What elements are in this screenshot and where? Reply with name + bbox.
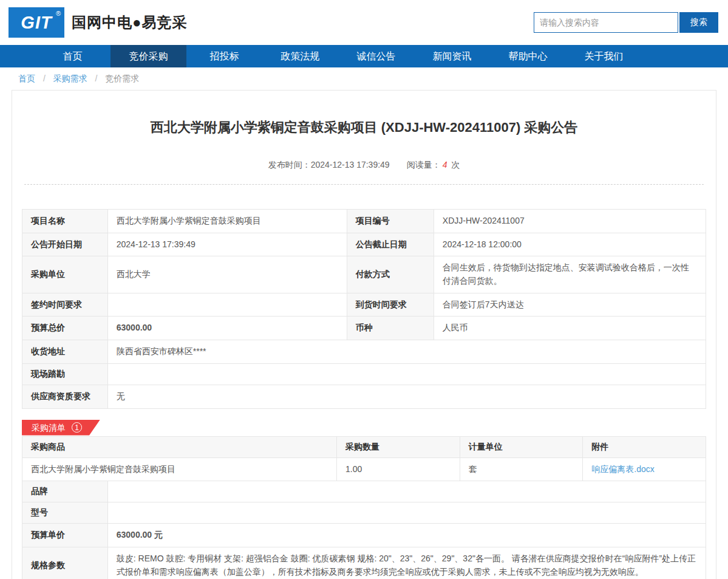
nav-item-tenders[interactable]: 招投标: [186, 45, 262, 67]
field-value: 合同生效后，待货物到达指定地点、安装调试验收合格后，一次性付清合同货款。: [434, 256, 706, 293]
site-title: 国网中电●易竞采: [72, 13, 188, 32]
field-label: 收货地址: [22, 340, 108, 364]
badge-count: 1: [72, 422, 82, 433]
column-header: 采购数量: [336, 436, 460, 457]
table-row: 现场踏勘: [22, 363, 706, 385]
field-label: 项目名称: [22, 210, 108, 233]
spec-params-value: 鼓皮: REMO 鼓腔: 专用铜材 支架: 超强铝合金 鼓圈: 优质碳素钢 规格…: [107, 547, 706, 579]
table-row: 预算总价 63000.00 币种 人民币: [22, 317, 706, 340]
page-title: 西北大学附属小学紫铜定音鼓采购项目 (XDJJ-HW-202411007) 采购…: [22, 118, 706, 137]
field-value: 西北大学: [107, 256, 347, 293]
table-row: 公告开始日期 2024-12-13 17:39:49 公告截止日期 2024-1…: [22, 233, 706, 256]
nav-item-home[interactable]: 首页: [35, 45, 111, 67]
column-header: 附件: [583, 436, 706, 457]
item-detail-table: 品牌 型号 预算单价 63000.00 元 规格参数 鼓皮: REMO 鼓腔: …: [22, 481, 706, 579]
field-label: 预算总价: [22, 317, 108, 340]
field-label: 到货时间要求: [347, 293, 434, 317]
field-value: 人民币: [434, 317, 706, 340]
purchase-list-section: 采购清单1: [22, 420, 706, 436]
budget-unit-price-value: 63000.00 元: [107, 524, 706, 547]
field-value: [107, 363, 706, 385]
nav-item-about-us[interactable]: 关于我们: [566, 45, 642, 67]
field-value: 2024-12-18 12:00:00: [434, 233, 706, 256]
nav-item-bidding-purchase[interactable]: 竞价采购: [111, 45, 186, 67]
field-value: [107, 481, 706, 502]
field-value: XDJJ-HW-202411007: [434, 210, 706, 233]
search-button[interactable]: 搜索: [679, 12, 718, 33]
field-value: 陕西省西安市碑林区****: [107, 340, 706, 364]
field-label: 供应商资质要求: [22, 385, 108, 408]
column-header: 采购商品: [22, 436, 337, 457]
field-value: 无: [107, 385, 706, 408]
table-row: 规格参数 鼓皮: REMO 鼓腔: 专用铜材 支架: 超强铝合金 鼓圈: 优质碳…: [22, 547, 706, 579]
dashed-divider: [24, 184, 704, 185]
table-row: 收货地址 陕西省西安市碑林区****: [22, 340, 706, 364]
item-qty: 1.00: [336, 457, 460, 481]
notice-card: 西北大学附属小学紫铜定音鼓采购项目 (XDJJ-HW-202411007) 采购…: [12, 90, 716, 579]
publish-time-value: 2024-12-13 17:39:49: [311, 160, 390, 170]
table-row: 型号: [22, 502, 706, 524]
column-header: 计量单位: [460, 436, 583, 457]
attachment-link[interactable]: 响应偏离表.docx: [591, 464, 654, 474]
table-row: 品牌: [22, 481, 706, 502]
field-label: 预算单价: [22, 524, 108, 547]
field-value: [107, 293, 347, 317]
table-header-row: 采购商品 采购数量 计量单位 附件: [22, 436, 706, 457]
breadcrumb-separator: /: [43, 74, 46, 83]
field-label: 币种: [347, 317, 434, 340]
breadcrumb-home[interactable]: 首页: [18, 74, 35, 83]
field-label: 规格参数: [22, 547, 108, 579]
table-row: 西北大学附属小学紫铜定音鼓采购项目 1.00 套 响应偏离表.docx: [22, 457, 706, 481]
badge-label: 采购清单: [32, 423, 66, 433]
budget-total-value: 63000.00: [107, 317, 347, 340]
table-row: 采购单位 西北大学 付款方式 合同生效后，待货物到达指定地点、安装调试验收合格后…: [22, 256, 706, 293]
field-label: 项目编号: [347, 210, 434, 233]
field-label: 公告截止日期: [347, 233, 434, 256]
field-value: 2024-12-13 17:39:49: [107, 233, 347, 256]
top-bar: GIT ® 国网中电●易竞采 搜索: [0, 0, 728, 45]
nav-item-help-center[interactable]: 帮助中心: [490, 45, 566, 67]
logo-text: GIT: [21, 13, 52, 33]
field-value: 合同签订后7天内送达: [434, 293, 706, 317]
nav-item-integrity-notices[interactable]: 诚信公告: [338, 45, 414, 67]
field-label: 签约时间要求: [22, 293, 108, 317]
table-row: 签约时间要求 到货时间要求 合同签订后7天内送达: [22, 293, 706, 317]
registered-mark-icon: ®: [56, 10, 61, 17]
table-row: 供应商资质要求 无: [22, 385, 706, 408]
publish-time-label: 发布时间：: [268, 160, 311, 170]
nav-item-news[interactable]: 新闻资讯: [414, 45, 490, 67]
table-row: 项目名称 西北大学附属小学紫铜定音鼓采购项目 项目编号 XDJJ-HW-2024…: [22, 210, 706, 233]
field-label: 采购单位: [22, 256, 108, 293]
views-label: 阅读量：: [407, 160, 441, 170]
git-logo: GIT ®: [9, 7, 64, 38]
project-info-table: 项目名称 西北大学附属小学紫铜定音鼓采购项目 项目编号 XDJJ-HW-2024…: [22, 209, 706, 409]
nav-item-policies[interactable]: 政策法规: [262, 45, 338, 67]
item-unit: 套: [460, 457, 583, 481]
purchase-list-table: 采购商品 采购数量 计量单位 附件 西北大学附属小学紫铜定音鼓采购项目 1.00…: [22, 436, 706, 482]
field-label: 品牌: [22, 481, 108, 502]
breadcrumb-separator: /: [95, 74, 98, 83]
field-label: 公告开始日期: [22, 233, 108, 256]
field-value: [107, 502, 706, 524]
main-nav: 首页 竞价采购 招投标 政策法规 诚信公告 新闻资讯 帮助中心 关于我们: [0, 45, 728, 67]
search-box: 搜索: [534, 12, 718, 33]
breadcrumb-purchase-demand[interactable]: 采购需求: [53, 74, 87, 83]
breadcrumb: 首页 / 采购需求 / 竞价需求: [0, 67, 728, 90]
field-label: 付款方式: [347, 256, 434, 293]
field-label: 型号: [22, 502, 108, 524]
table-row: 预算单价 63000.00 元: [22, 524, 706, 547]
views-unit: 次: [451, 160, 460, 170]
notice-meta: 发布时间：2024-12-13 17:39:49阅读量：4 次: [22, 160, 706, 171]
field-label: 现场踏勘: [22, 363, 108, 385]
purchase-list-badge: 采购清单1: [22, 420, 100, 436]
item-name: 西北大学附属小学紫铜定音鼓采购项目: [22, 457, 337, 481]
breadcrumb-current: 竞价需求: [105, 74, 139, 83]
views-count: 4: [443, 160, 447, 170]
field-value: 西北大学附属小学紫铜定音鼓采购项目: [107, 210, 347, 233]
search-input[interactable]: [534, 12, 678, 33]
